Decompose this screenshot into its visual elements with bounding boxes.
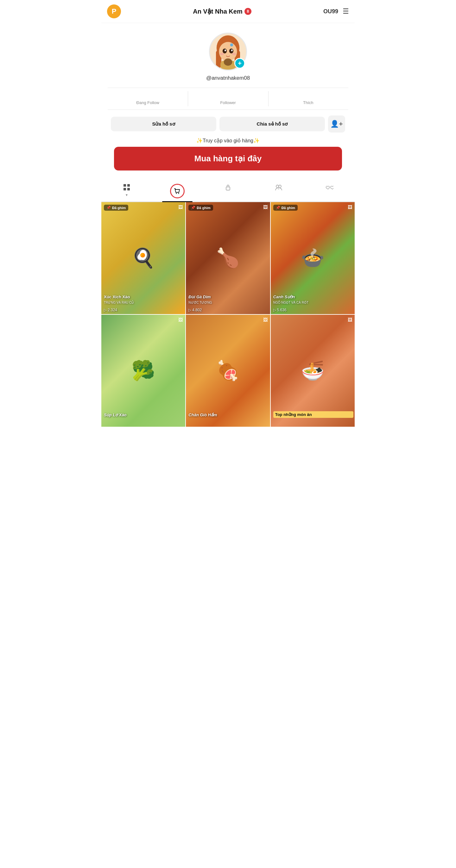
- video-overlay-1: 📌 Đã ghim 🖼 Xúc Xích Xào Trứng và rau củ…: [101, 202, 185, 314]
- video-overlay-4: 🖼 Súp Lơ Xào: [101, 315, 185, 427]
- svg-point-6: [229, 49, 233, 54]
- video-item-5[interactable]: 🍖 🖼 Chân Giò Hầm: [186, 315, 270, 427]
- photo-icon-1: 🖼: [178, 205, 183, 210]
- photo-icon-2: 🖼: [263, 205, 267, 210]
- profile-icon[interactable]: P: [107, 4, 121, 18]
- svg-point-18: [176, 193, 177, 194]
- video-title-1: Xúc Xích Xào Trứng và rau củ: [104, 294, 184, 305]
- video-item-6[interactable]: 🍜 🖼 Top những món ăn: [271, 315, 355, 427]
- page-title: An Vật Nha Kem 8: [193, 8, 251, 15]
- svg-rect-14: [123, 184, 126, 187]
- followers-count: [227, 92, 229, 99]
- following-label: Đang Follow: [137, 100, 159, 105]
- heart-hands-icon: [325, 184, 334, 193]
- video-grid: 🍳 📌 Đã ghim 🖼 Xúc Xích Xào Trứng và rau …: [101, 202, 355, 427]
- coins-display: OU99: [323, 8, 338, 15]
- play-icon-2: ▷: [189, 308, 191, 312]
- video-item-3[interactable]: 🍲 📌 Đã ghim 🖼 Canh Sườn Ngô ngọt và cà r…: [271, 202, 355, 314]
- profile-section: + @anvatnhakem08 Đang Follow Follower Th…: [101, 23, 355, 180]
- pin-icon-3: 📌: [276, 206, 280, 210]
- video-overlay-5: 🖼 Chân Giò Hầm: [186, 315, 270, 427]
- add-friend-button[interactable]: 👤+: [328, 116, 345, 132]
- avatar-wrap: +: [209, 33, 247, 70]
- stat-followers[interactable]: Follower: [188, 88, 268, 110]
- svg-point-5: [223, 49, 227, 54]
- share-profile-button[interactable]: Chia sẻ hồ sơ: [220, 117, 325, 131]
- svg-point-13: [224, 59, 232, 66]
- tab-locked[interactable]: [203, 180, 253, 202]
- photo-icon-3: 🖼: [348, 205, 352, 210]
- video-item-1[interactable]: 🍳 📌 Đã ghim 🖼 Xúc Xích Xào Trứng và rau …: [101, 202, 185, 314]
- video-views-3: ▷ 5.636: [273, 308, 287, 312]
- username-display: @anvatnhakem08: [206, 75, 250, 81]
- video-overlay-2: 📌 Đã ghim 🖼 Đùi Gà Dim Nước tương ▷ 4.80…: [186, 202, 270, 314]
- play-icon-1: ▷: [104, 308, 107, 312]
- svg-point-10: [232, 53, 236, 55]
- svg-point-8: [231, 49, 233, 51]
- svg-point-19: [178, 193, 179, 194]
- svg-point-22: [279, 185, 281, 188]
- promo-text: ✨Truy cập vào giỏ hàng✨: [196, 137, 260, 144]
- shop-tab-circle: [170, 184, 184, 198]
- video-title-2: Đùi Gà Dim Nước tương: [189, 294, 268, 305]
- likes-label: Thích: [303, 100, 314, 105]
- svg-rect-16: [123, 188, 126, 190]
- photo-icon-6: 🖼: [348, 317, 352, 322]
- pinned-badge-1: 📌 Đã ghim: [104, 205, 128, 211]
- svg-point-4: [219, 42, 237, 61]
- avatar-letter: P: [112, 7, 117, 16]
- video-item-2[interactable]: 🍗 📌 Đã ghim 🖼 Đùi Gà Dim Nước tương ▷ 4.…: [186, 202, 270, 314]
- play-icon-3: ▷: [273, 308, 276, 312]
- video-overlay-3: 📌 Đã ghim 🖼 Canh Sườn Ngô ngọt và cà rốt…: [271, 202, 355, 314]
- pinned-badge-2: 📌 Đã ghim: [189, 205, 213, 211]
- video-title-3: Canh Sườn Ngô ngọt và cà rốt: [273, 294, 353, 305]
- tab-shop[interactable]: [152, 180, 203, 202]
- video-title-4: Súp Lơ Xào: [104, 412, 184, 418]
- action-row: Sửa hồ sơ Chia sẻ hồ sơ 👤+: [108, 116, 348, 132]
- edit-profile-button[interactable]: Sửa hồ sơ: [111, 117, 216, 131]
- collab-icon: [275, 184, 282, 193]
- add-friend-icon: 👤+: [330, 120, 343, 128]
- pin-icon-2: 📌: [191, 206, 195, 210]
- svg-point-7: [225, 49, 226, 51]
- svg-rect-17: [127, 188, 130, 190]
- svg-point-21: [276, 185, 279, 188]
- video-views-2: ▷ 4.802: [189, 308, 202, 312]
- grid-icon: [123, 184, 130, 193]
- header: P An Vật Nha Kem 8 OU99 ☰: [101, 0, 355, 23]
- video-item-4[interactable]: 🥦 🖼 Súp Lơ Xào: [101, 315, 185, 427]
- pinned-badge-3: 📌 Đã ghim: [273, 205, 298, 211]
- add-avatar-button[interactable]: +: [234, 58, 245, 69]
- notification-badge: 8: [245, 8, 251, 15]
- svg-rect-20: [226, 187, 230, 190]
- followers-label: Follower: [220, 100, 236, 105]
- photo-icon-4: 🖼: [178, 317, 183, 322]
- tab-liked[interactable]: [304, 180, 355, 202]
- top-badge: Top những món ăn: [273, 411, 353, 418]
- pin-icon-1: 📌: [106, 206, 111, 210]
- menu-icon[interactable]: ☰: [343, 7, 349, 16]
- photo-icon-5: 🖼: [263, 317, 267, 322]
- video-views-1: ▷ 2.324: [104, 308, 117, 312]
- svg-rect-15: [127, 184, 130, 187]
- likes-count: [308, 92, 309, 99]
- tab-bar: ▼: [101, 180, 355, 202]
- video-title-5: Chân Giò Hầm: [189, 412, 268, 418]
- header-right: OU99 ☰: [323, 7, 349, 16]
- lock-icon: [225, 184, 231, 193]
- tab-videos[interactable]: ▼: [101, 180, 152, 202]
- stat-likes[interactable]: Thích: [268, 88, 348, 110]
- stats-row: Đang Follow Follower Thích: [108, 88, 348, 110]
- video-overlay-6: 🖼 Top những món ăn: [271, 315, 355, 427]
- following-count: [147, 92, 148, 99]
- svg-point-9: [220, 53, 224, 55]
- stat-following[interactable]: Đang Follow: [108, 88, 188, 110]
- shop-button[interactable]: Mua hàng tại đây: [114, 147, 342, 170]
- svg-point-11: [230, 43, 233, 46]
- tab-collab[interactable]: [253, 180, 304, 202]
